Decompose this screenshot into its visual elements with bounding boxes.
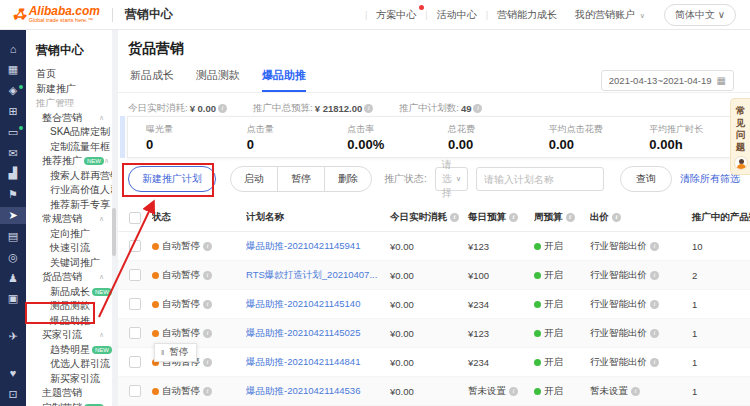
info-icon[interactable]: i [650,358,659,367]
clear-filters-link[interactable]: 清除所有筛选 [680,172,740,186]
info-icon[interactable]: i [203,387,212,396]
plan-name-link[interactable]: 爆品助推-20210421145025 [246,327,360,340]
globe-icon[interactable]: ◎ [0,248,26,266]
apps-icon[interactable]: ⊞ [0,102,26,120]
action-button-启动[interactable]: 启动 [230,166,278,192]
document-icon[interactable]: ▤ [0,227,26,245]
sidebar-item-新建推广[interactable]: 新建推广 [26,82,112,97]
pause-action-tooltip[interactable]: ‖暂停 [154,343,197,362]
calendar-icon[interactable]: ▦ [0,61,26,79]
plan-name-link[interactable]: 爆品助推-20210421144841 [246,356,360,369]
monitor-icon[interactable]: ▭ [0,123,26,141]
info-icon[interactable]: i [650,271,659,280]
briefcase-icon[interactable]: ▣ [0,290,26,308]
sidebar-item-整合营销[interactable]: 整合营销 ∧ [26,111,112,126]
sidebar-item-优选人群引流[interactable]: 优选人群引流 NEW [26,357,112,372]
topbar-nav-1[interactable]: 方案中心 [367,8,425,22]
info-icon[interactable]: i [473,104,482,113]
chart-icon[interactable]: ▟ [0,165,26,183]
plan-name-input[interactable] [476,167,604,191]
info-icon[interactable]: i [203,242,212,251]
tab-新品成长[interactable]: 新品成长 [130,68,174,92]
sidebar-item-推荐推广[interactable]: 推荐推广 NEW∧ [26,154,112,169]
tab-爆品助推[interactable]: 爆品助推 [262,68,306,92]
new-plan-button[interactable]: 新建推广计划 [128,166,216,192]
info-icon[interactable]: i [203,358,212,367]
status-select[interactable]: 请选择 ∨ [435,167,468,191]
sidebar-item-爆品助推[interactable]: 爆品助推 [26,314,112,329]
sidebar-item-主题营销[interactable]: 主题营销 [26,386,112,401]
row-checkbox[interactable] [129,385,141,397]
shield-icon[interactable]: ◈ [0,82,26,100]
sidebar-item-货品营销[interactable]: 货品营销 ∧ [26,270,112,285]
heart-icon[interactable]: ♥ [0,364,26,382]
info-icon[interactable]: i [650,242,659,251]
sidebar-item-推荐新手专享[interactable]: 推荐新手专享 [26,198,112,213]
sidebar-item-定制营销[interactable]: 定制营销 NEW [26,401,112,406]
sidebar-item-快速引流[interactable]: 快速引流 [26,241,112,256]
info-icon[interactable]: i [631,387,640,396]
plan-name-link[interactable]: 爆品助推-20210421145941 [246,240,360,253]
alibaba-logo[interactable]: ꗈ Alibaba.com Global trade starts here.™ [12,5,100,24]
info-icon[interactable]: i [218,104,227,113]
chat-icon[interactable]: ✉ [0,144,26,162]
info-icon[interactable]: i [364,104,373,113]
metric-点击率: 点击率0.00% [329,123,430,152]
sidebar-item-首页[interactable]: 首页 [26,67,112,82]
date-range-picker[interactable]: 2021-04-13~2021-04-19 ▦ [601,70,734,91]
info-icon[interactable]: i [203,271,212,280]
sidebar-item-行业高价值人群[interactable]: 行业高价值人群 [26,183,112,198]
sidebar-item-趋势明星[interactable]: 趋势明星 NEW [26,343,112,358]
topbar-nav-4[interactable]: 我的营销账户 ∨ [566,8,654,22]
info-icon[interactable]: i [203,300,212,309]
action-button-暂停[interactable]: 暂停 [277,166,325,192]
sidebar-item-买家引流[interactable]: 买家引流 ∧ [26,328,112,343]
chevron-down-icon: ∨ [640,12,645,19]
bid-cell: 行业智能出价i [590,298,680,311]
row-checkbox[interactable] [129,240,141,252]
sidebar-item-关键词推广[interactable]: 关键词推广 [26,256,112,271]
sidebar-scrollbar[interactable] [112,208,116,256]
person-icon[interactable]: ♟ [0,269,26,287]
query-button[interactable]: 查询 [620,166,672,192]
send-icon[interactable]: ✈ [0,327,26,345]
select-all-checkbox[interactable] [129,212,141,224]
plan-name-link[interactable]: 爆品助推-20210421145140 [246,298,360,311]
sidebar-item-推广管理[interactable]: 推广管理 [26,96,112,111]
megaphone-icon[interactable]: ⚑ [0,186,26,204]
info-icon[interactable]: i [650,300,659,309]
row-checkbox[interactable] [129,327,141,339]
info-icon[interactable]: i [612,213,621,222]
info-icon[interactable]: i [566,213,575,222]
action-button-删除[interactable]: 删除 [324,166,372,192]
table-row: 自动暂停 i 爆品助推-20210421145941 ¥0.00 ¥123 开启… [118,232,750,261]
info-icon[interactable]: i [509,213,518,222]
row-checkbox[interactable] [129,356,141,368]
topbar-nav-3[interactable]: 营销能力成长 [488,8,566,22]
sidebar-item-搜索人群再营销[interactable]: 搜索人群再营销 [26,169,112,184]
info-icon[interactable]: i [203,329,212,338]
row-checkbox[interactable] [129,298,141,310]
metric-曝光量: 曝光量0 [128,123,229,152]
row-checkbox[interactable] [129,269,141,281]
tab-测品测款[interactable]: 测品测款 [196,68,240,92]
sidebar-item-新品成长[interactable]: 新品成长 NEW [26,285,112,300]
sidebar-item-常规营销[interactable]: 常规营销 ∧ [26,212,112,227]
info-icon[interactable]: i [450,213,459,222]
sidebar-item-新买家引流[interactable]: 新买家引流 [26,372,112,387]
language-selector[interactable]: 简体中文 ∨ [664,4,736,26]
sidebar-item-定向推广[interactable]: 定向推广 [26,227,112,242]
sidebar-item-SKA品牌定制[interactable]: SKA品牌定制 [26,125,112,140]
info-icon[interactable]: i [650,329,659,338]
camera-icon[interactable]: ⊡ [0,385,26,403]
sidebar-item-测品测款[interactable]: 测品测款 [26,299,112,314]
plan-name-link[interactable]: 爆品助推-20210421144536 [246,385,360,398]
info-icon[interactable]: i [509,387,518,396]
home-icon[interactable]: ⌂ [0,40,26,58]
sidebar-item-定制流量年框[interactable]: 定制流量年框 [26,140,112,155]
daily-budget-cell: ¥100 [464,270,534,281]
cursor-icon[interactable]: ➤ [0,207,26,225]
topbar-nav-2[interactable]: 活动中心 [428,8,486,22]
faq-floating-tab[interactable]: 常见问题 [730,98,750,175]
plan-name-link[interactable]: RTS爆款打造计划_20210407... [246,269,377,282]
